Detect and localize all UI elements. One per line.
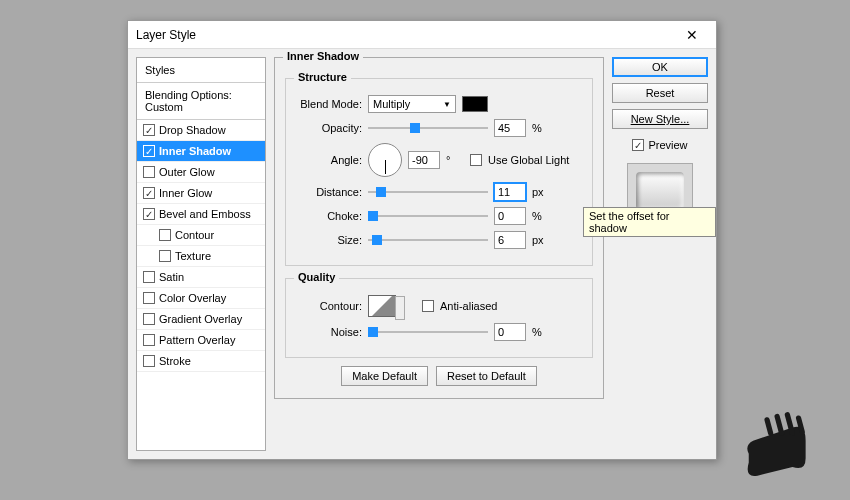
right-buttons: OK Reset New Style... Preview — [612, 57, 708, 451]
svg-rect-1 — [774, 413, 785, 436]
global-light-checkbox[interactable] — [470, 154, 482, 166]
make-default-button[interactable]: Make Default — [341, 366, 428, 386]
noise-slider[interactable] — [368, 325, 488, 339]
dialog-title: Layer Style — [136, 28, 196, 42]
style-label: Stroke — [159, 355, 191, 367]
settings-panel: Inner Shadow Structure Blend Mode: Multi… — [274, 57, 604, 451]
size-label: Size: — [296, 234, 362, 246]
structure-group: Structure Blend Mode: Multiply ▼ Opacity… — [285, 78, 593, 266]
opacity-slider[interactable] — [368, 121, 488, 135]
style-item-pattern-overlay[interactable]: Pattern Overlay — [137, 330, 265, 351]
noise-label: Noise: — [296, 326, 362, 338]
watermark-logo — [730, 410, 820, 480]
style-label: Inner Glow — [159, 187, 212, 199]
distance-field[interactable]: 11 — [494, 183, 526, 201]
style-checkbox[interactable] — [143, 313, 155, 325]
choke-slider[interactable] — [368, 209, 488, 223]
style-label: Drop Shadow — [159, 124, 226, 136]
preview-label: Preview — [648, 139, 687, 151]
anti-aliased-label: Anti-aliased — [440, 300, 497, 312]
close-button[interactable]: ✕ — [676, 25, 708, 45]
style-checkbox[interactable] — [143, 355, 155, 367]
style-checkbox[interactable] — [143, 292, 155, 304]
titlebar: Layer Style ✕ — [128, 21, 716, 49]
style-checkbox[interactable] — [143, 271, 155, 283]
style-checkbox[interactable] — [143, 145, 155, 157]
style-label: Pattern Overlay — [159, 334, 235, 346]
shadow-color-swatch[interactable] — [462, 96, 488, 112]
new-style-button[interactable]: New Style... — [612, 109, 708, 129]
style-item-satin[interactable]: Satin — [137, 267, 265, 288]
reset-default-button[interactable]: Reset to Default — [436, 366, 537, 386]
distance-slider[interactable] — [368, 185, 488, 199]
style-item-contour[interactable]: Contour — [137, 225, 265, 246]
size-slider[interactable] — [368, 233, 488, 247]
style-item-outer-glow[interactable]: Outer Glow — [137, 162, 265, 183]
noise-field[interactable]: 0 — [494, 323, 526, 341]
style-checkbox[interactable] — [143, 334, 155, 346]
panel-title: Inner Shadow — [283, 50, 363, 62]
style-item-bevel-and-emboss[interactable]: Bevel and Emboss — [137, 204, 265, 225]
style-label: Satin — [159, 271, 184, 283]
layer-style-dialog: Layer Style ✕ Styles Blending Options: C… — [127, 20, 717, 460]
style-label: Texture — [175, 250, 211, 262]
styles-panel: Styles Blending Options: Custom Drop Sha… — [136, 57, 266, 451]
quality-legend: Quality — [294, 271, 339, 283]
blend-mode-label: Blend Mode: — [296, 98, 362, 110]
style-item-gradient-overlay[interactable]: Gradient Overlay — [137, 309, 265, 330]
style-label: Inner Shadow — [159, 145, 231, 157]
angle-dial[interactable] — [368, 143, 402, 177]
style-label: Outer Glow — [159, 166, 215, 178]
angle-field[interactable]: -90 — [408, 151, 440, 169]
style-item-inner-shadow[interactable]: Inner Shadow — [137, 141, 265, 162]
style-item-texture[interactable]: Texture — [137, 246, 265, 267]
quality-group: Quality Contour: Anti-aliased Noise: 0 % — [285, 278, 593, 358]
contour-picker[interactable] — [368, 295, 396, 317]
style-item-inner-glow[interactable]: Inner Glow — [137, 183, 265, 204]
style-label: Contour — [175, 229, 214, 241]
inner-shadow-group: Inner Shadow Structure Blend Mode: Multi… — [274, 57, 604, 399]
style-checkbox[interactable] — [143, 187, 155, 199]
angle-label: Angle: — [296, 154, 362, 166]
anti-aliased-checkbox[interactable] — [422, 300, 434, 312]
reset-button[interactable]: Reset — [612, 83, 708, 103]
opacity-label: Opacity: — [296, 122, 362, 134]
style-item-drop-shadow[interactable]: Drop Shadow — [137, 120, 265, 141]
blend-mode-select[interactable]: Multiply ▼ — [368, 95, 456, 113]
preview-checkbox[interactable] — [632, 139, 644, 151]
style-item-stroke[interactable]: Stroke — [137, 351, 265, 372]
contour-label: Contour: — [296, 300, 362, 312]
choke-field[interactable]: 0 — [494, 207, 526, 225]
size-field[interactable]: 6 — [494, 231, 526, 249]
chevron-down-icon: ▼ — [443, 100, 451, 109]
styles-header[interactable]: Styles — [137, 58, 265, 83]
blending-options[interactable]: Blending Options: Custom — [137, 83, 265, 120]
global-light-label: Use Global Light — [488, 154, 569, 166]
style-label: Color Overlay — [159, 292, 226, 304]
choke-label: Choke: — [296, 210, 362, 222]
svg-rect-0 — [764, 417, 774, 437]
style-label: Gradient Overlay — [159, 313, 242, 325]
style-item-color-overlay[interactable]: Color Overlay — [137, 288, 265, 309]
distance-label: Distance: — [296, 186, 362, 198]
style-label: Bevel and Emboss — [159, 208, 251, 220]
distance-tooltip: Set the offset for shadow — [583, 207, 716, 237]
structure-legend: Structure — [294, 71, 351, 83]
style-checkbox[interactable] — [143, 124, 155, 136]
style-checkbox[interactable] — [159, 229, 171, 241]
opacity-field[interactable]: 45 — [494, 119, 526, 137]
style-checkbox[interactable] — [159, 250, 171, 262]
style-checkbox[interactable] — [143, 166, 155, 178]
ok-button[interactable]: OK — [612, 57, 708, 77]
style-checkbox[interactable] — [143, 208, 155, 220]
